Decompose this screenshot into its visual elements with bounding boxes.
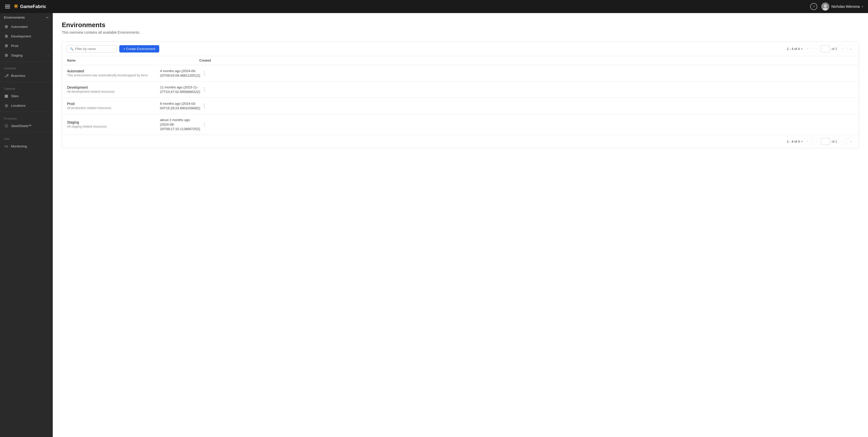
- column-header-created: Created: [194, 56, 846, 65]
- next-page-button[interactable]: ›: [839, 45, 846, 53]
- row-description: All development related resources: [67, 90, 152, 93]
- avatar: [821, 2, 829, 10]
- pagination-dropdown-icon[interactable]: ▾: [801, 48, 802, 50]
- sidebar-item-locations-label: Locations: [11, 104, 26, 107]
- footer-last-page-button[interactable]: »: [847, 138, 854, 145]
- search-input-wrap[interactable]: 🔍: [67, 45, 117, 53]
- row-created-col: 4 months ago (2024-06-20T09:03:09.488212…: [160, 68, 200, 77]
- row-actions-button[interactable]: ⋮: [201, 122, 208, 127]
- row-actions-button[interactable]: ⋮: [201, 70, 208, 76]
- development-icon: ⊞: [4, 34, 8, 38]
- first-page-button[interactable]: «: [804, 45, 811, 53]
- row-created: 4 months ago (2024-06-20T09:03:09.488212…: [160, 69, 200, 77]
- sidebar-item-branches[interactable]: ⎇ Branches: [0, 71, 53, 81]
- steelshield-icon: ⬡: [4, 124, 8, 128]
- page-title: Environments: [62, 21, 859, 29]
- last-page-button[interactable]: »: [847, 45, 854, 53]
- menu-toggle[interactable]: [5, 5, 10, 8]
- chevron-right-icon: ›: [48, 35, 49, 38]
- sidebar: Environments ✏ ⊞ Automated › ⊞ Developme…: [0, 13, 53, 437]
- search-input[interactable]: [75, 47, 113, 51]
- row-description: All staging related resources: [67, 125, 152, 128]
- sidebar-environments-header[interactable]: Environments ✏: [0, 13, 53, 22]
- search-icon: 🔍: [70, 47, 73, 51]
- sidebar-item-staging[interactable]: ⊞ Staging ›: [0, 51, 53, 60]
- svg-point-1: [824, 4, 827, 7]
- row-actions-button[interactable]: ⋮: [201, 103, 208, 108]
- row-created-col: 11 months ago (2023-11-27T10:47:52.89589…: [160, 85, 200, 94]
- footer-prev-page-button[interactable]: ‹: [812, 138, 819, 145]
- row-created: 8 months ago (2024-03-04T15:29:24.690102…: [160, 102, 200, 110]
- user-name: Nicholas Wiersma: [831, 4, 860, 8]
- footer-page-of-label: of 1: [832, 139, 837, 144]
- chevron-right-icon: ›: [48, 25, 49, 28]
- sidebar-item-branches-label: Branches: [11, 74, 25, 77]
- sidebar-container-label: Container: [0, 63, 53, 71]
- sidebar-item-steelshield[interactable]: ⬡ SteelShield™ ›: [0, 121, 53, 131]
- footer-next-page-button[interactable]: ›: [839, 138, 846, 145]
- user-menu[interactable]: Nicholas Wiersma ▾: [821, 2, 863, 10]
- row-actions-button[interactable]: ⋮: [201, 87, 208, 92]
- footer-pagination-range: 1 - 4 of 4: [787, 139, 800, 144]
- locations-icon: ◎: [4, 103, 8, 108]
- chevron-right-icon: ›: [48, 124, 49, 127]
- bottom-pagination: 1 - 4 of 4 ▾ « ‹ 1 of 1 › »: [787, 138, 854, 145]
- sidebar-item-automated[interactable]: ⊞ Automated ›: [0, 22, 53, 31]
- row-created: 11 months ago (2023-11-27T10:47:52.89589…: [160, 85, 200, 94]
- top-navigation: ✳ GameFabric ? Nicholas Wiersma ▾: [0, 0, 868, 13]
- automated-icon: ⊞: [4, 24, 8, 29]
- page-subtitle: This overview contains all available Env…: [62, 30, 859, 34]
- footer-page-number-input[interactable]: 1: [821, 138, 830, 145]
- row-name-col: Prod All production related resources: [67, 102, 160, 110]
- row-created-col: 8 months ago (2024-03-04T15:29:24.690102…: [160, 101, 200, 110]
- row-name-col: Staging All staging related resources: [67, 120, 160, 128]
- staging-icon: ⊞: [4, 53, 8, 58]
- edit-icon: ✏: [46, 16, 49, 19]
- sidebar-item-prod-label: Prod: [11, 44, 18, 48]
- user-menu-chevron-icon: ▾: [862, 5, 863, 8]
- table-row: Development All development related reso…: [62, 82, 859, 98]
- sidebar-item-automated-label: Automated: [11, 25, 27, 29]
- sidebar-item-development-label: Development: [11, 34, 31, 38]
- sidebar-item-development[interactable]: ⊞ Development ›: [0, 31, 53, 41]
- pagination-range: 1 - 4 of 4: [787, 47, 800, 51]
- row-description: This environment was automatically boots…: [67, 73, 152, 77]
- row-name: Staging: [67, 120, 160, 124]
- page-of-label: of 1: [832, 47, 837, 51]
- footer-first-page-button[interactable]: «: [804, 138, 811, 145]
- row-name: Prod: [67, 102, 160, 106]
- sidebar-item-monitoring[interactable]: ▭ Monitoring: [0, 142, 53, 151]
- sites-icon: ▦: [4, 94, 8, 98]
- help-icon: ?: [813, 5, 815, 8]
- create-environment-label: + Create Environment: [123, 47, 155, 51]
- table-row: Automated This environment was automatic…: [62, 65, 859, 82]
- row-actions-col: ⋮: [200, 87, 208, 92]
- top-pagination: 1 - 4 of 4 ▾ « ‹ 1 of 1 › »: [787, 45, 854, 53]
- prev-page-button[interactable]: ‹: [812, 45, 819, 53]
- sidebar-item-sites[interactable]: ▦ Sites: [0, 91, 53, 101]
- environments-table: Name Created Automated This environment …: [62, 56, 859, 135]
- create-environment-button[interactable]: + Create Environment: [119, 45, 159, 53]
- branches-icon: ⎇: [4, 73, 8, 78]
- logo-icon: ✳: [13, 3, 18, 10]
- row-name: Development: [67, 85, 160, 89]
- row-created-col: about 2 months ago (2024-08-20T09:17:15.…: [160, 118, 200, 131]
- sidebar-item-prod[interactable]: ⊞ Prod ›: [0, 41, 53, 51]
- sidebar-item-staging-label: Staging: [11, 54, 23, 57]
- row-description: All production related resources: [67, 106, 152, 110]
- table-row: Staging All staging related resources ab…: [62, 114, 859, 135]
- main-content: Environments This overview contains all …: [53, 13, 868, 437]
- table-footer: 1 - 4 of 4 ▾ « ‹ 1 of 1 › »: [62, 135, 859, 148]
- page-number-input[interactable]: 1: [821, 45, 830, 53]
- logo-text: GameFabric: [20, 4, 46, 9]
- row-name-col: Development All development related reso…: [67, 85, 160, 93]
- row-actions-col: ⋮: [200, 122, 208, 127]
- chevron-right-icon: ›: [48, 44, 49, 47]
- footer-pagination-dropdown-icon[interactable]: ▾: [801, 140, 802, 143]
- sidebar-item-locations[interactable]: ◎ Locations: [0, 101, 53, 110]
- environments-table-container: 🔍 + Create Environment 1 - 4 of 4 ▾ « ‹ …: [62, 41, 859, 148]
- row-name: Automated: [67, 69, 160, 73]
- sidebar-item-monitoring-label: Monitoring: [11, 145, 27, 148]
- help-button[interactable]: ?: [810, 3, 817, 10]
- chevron-right-icon: ›: [48, 54, 49, 57]
